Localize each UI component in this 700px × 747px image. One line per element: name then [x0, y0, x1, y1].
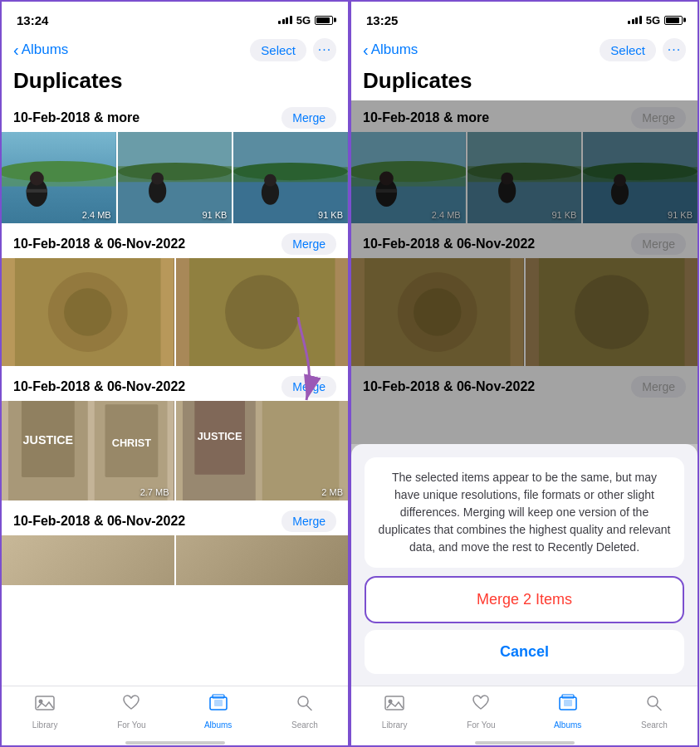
left-photo-1a-label: 2.4 MB: [82, 210, 111, 220]
svg-rect-6: [27, 189, 47, 193]
left-photo-2a-img: [2, 258, 174, 366]
left-group2-header: 10-Feb-2018 & 06-Nov-2022 Merge: [2, 227, 348, 258]
right-nav-actions: Select ···: [600, 38, 686, 61]
right-back-label: Albums: [371, 42, 419, 58]
left-search-icon: [294, 693, 316, 718]
left-tab-albums[interactable]: Albums: [193, 693, 243, 730]
left-photo-3a[interactable]: JUSTICE CHRIST 2.7 MB: [2, 401, 174, 500]
left-group4-photos: [2, 535, 348, 585]
left-dup-group-1: 10-Feb-2018 & more Merge: [2, 100, 348, 223]
left-group3-merge-button[interactable]: Merge: [281, 376, 336, 398]
left-battery: [315, 16, 333, 25]
svg-point-5: [30, 172, 44, 186]
left-group1-photos: 2.4 MB 91 KB: [2, 132, 348, 223]
svg-point-10: [118, 163, 233, 180]
right-action-sheet: The selected items appear to be the same…: [351, 444, 698, 686]
left-status-bar: 13:24 5G: [2, 2, 348, 35]
left-photo-1b[interactable]: 91 KB: [118, 132, 233, 223]
signal-bar-4: [290, 16, 292, 24]
left-group1-title: 10-Feb-2018 & more: [13, 110, 140, 125]
right-tab-foryou[interactable]: For You: [456, 693, 506, 730]
left-tab-library[interactable]: Library: [20, 693, 70, 730]
right-signal-bar-2: [632, 19, 634, 24]
left-albums-label: Albums: [204, 720, 232, 730]
svg-point-18: [264, 174, 277, 187]
left-back-label: Albums: [22, 42, 69, 58]
signal-bar-2: [282, 19, 285, 24]
left-group1-merge-button[interactable]: Merge: [281, 107, 336, 129]
right-tab-library[interactable]: Library: [370, 693, 419, 730]
right-back-button[interactable]: ‹ Albums: [363, 42, 418, 58]
left-back-chevron-icon: ‹: [13, 42, 19, 58]
left-group3-photos: JUSTICE CHRIST 2.7 MB: [2, 401, 348, 500]
right-home-bar: [475, 741, 575, 745]
left-more-button[interactable]: ···: [313, 38, 336, 61]
left-group4-title: 10-Feb-2018 & 06-Nov-2022: [13, 514, 185, 529]
right-action-sheet-spacer: [365, 674, 684, 686]
left-5g-label: 5G: [296, 14, 311, 27]
svg-rect-75: [562, 695, 574, 698]
svg-point-77: [648, 696, 658, 706]
left-status-right: 5G: [278, 14, 333, 27]
left-photo-1b-label: 91 KB: [202, 210, 227, 220]
right-cancel-button[interactable]: Cancel: [365, 630, 684, 674]
left-tab-foryou[interactable]: For You: [106, 693, 156, 730]
right-select-button[interactable]: Select: [600, 39, 656, 61]
left-foryou-label: For You: [117, 720, 145, 730]
svg-rect-37: [262, 401, 339, 500]
left-nav-actions: Select ···: [250, 38, 336, 61]
left-dup-group-2: 10-Feb-2018 & 06-Nov-2022 Merge: [2, 227, 348, 366]
right-time: 13:25: [366, 13, 398, 27]
left-photo-3b-img: JUSTICE: [176, 401, 349, 500]
svg-point-3: [2, 161, 116, 182]
left-photo-2b[interactable]: [176, 258, 349, 366]
right-home-indicator: [351, 741, 698, 745]
left-photo-2a[interactable]: [2, 258, 174, 366]
svg-rect-42: [213, 695, 224, 698]
left-group4-merge-button[interactable]: Merge: [281, 510, 336, 532]
right-tab-search[interactable]: Search: [629, 693, 679, 730]
left-photo-1c[interactable]: 91 KB: [233, 132, 348, 223]
left-select-button[interactable]: Select: [250, 39, 306, 61]
right-modal-overlay: The selected items appear to be the same…: [351, 100, 698, 686]
right-status-right: 5G: [628, 14, 683, 27]
svg-line-45: [306, 706, 311, 710]
left-group3-title: 10-Feb-2018 & 06-Nov-2022: [13, 379, 185, 394]
right-foryou-label: For You: [467, 720, 495, 730]
right-merge-items-button[interactable]: Merge 2 Items: [365, 576, 684, 623]
left-home-indicator: [2, 741, 348, 745]
left-time: 13:24: [17, 13, 48, 27]
left-photo-1a[interactable]: 2.4 MB: [2, 132, 116, 223]
left-battery-fill: [316, 17, 330, 23]
left-photo-4b[interactable]: [176, 535, 349, 585]
right-albums-label: Albums: [554, 720, 581, 730]
left-photo-3b[interactable]: JUSTICE 2 MB: [176, 401, 349, 500]
left-page-title: Duplicates: [2, 66, 348, 100]
right-nav-bar: ‹ Albums Select ···: [351, 35, 698, 66]
left-photo-4a[interactable]: [2, 535, 174, 585]
left-scroll-content: 10-Feb-2018 & more Merge: [2, 100, 348, 686]
right-more-button[interactable]: ···: [663, 38, 686, 61]
left-foryou-icon: [120, 693, 142, 718]
left-dup-group-4: 10-Feb-2018 & 06-Nov-2022 Merge: [2, 504, 348, 585]
right-signal-bars: [628, 16, 642, 24]
right-foryou-icon: [470, 693, 492, 718]
left-tab-search[interactable]: Search: [280, 693, 330, 730]
right-modal-backdrop[interactable]: [351, 100, 698, 444]
left-back-button[interactable]: ‹ Albums: [13, 42, 68, 58]
right-signal-bar-4: [639, 16, 642, 24]
right-back-chevron-icon: ‹: [363, 42, 369, 58]
svg-point-44: [298, 696, 308, 706]
left-group2-merge-button[interactable]: Merge: [281, 233, 336, 255]
svg-rect-43: [214, 700, 223, 706]
right-battery-fill: [666, 17, 679, 23]
right-albums-icon: [557, 693, 579, 718]
left-home-bar: [125, 741, 225, 745]
left-library-label: Library: [32, 720, 58, 730]
signal-bar-3: [286, 17, 288, 24]
right-5g-label: 5G: [646, 14, 660, 27]
left-group2-title: 10-Feb-2018 & 06-Nov-2022: [13, 237, 185, 251]
right-tab-albums[interactable]: Albums: [543, 693, 593, 730]
svg-point-25: [225, 275, 299, 349]
left-dup-group-3: 10-Feb-2018 & 06-Nov-2022 Merge JUSTICE …: [2, 369, 348, 500]
